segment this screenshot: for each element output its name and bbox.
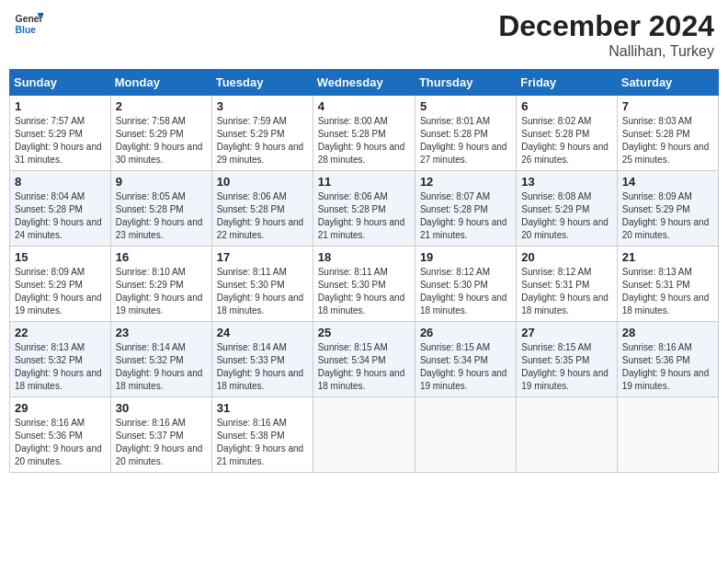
weekday-header-thursday: Thursday [415,70,516,96]
day-number: 27 [521,326,611,339]
svg-text:Blue: Blue [16,25,37,35]
day-number: 4 [318,99,410,113]
cell-info: Sunrise: 8:13 AMSunset: 5:32 PMDaylight:… [15,342,102,391]
day-number: 28 [622,326,713,339]
cell-info: Sunrise: 8:12 AMSunset: 5:31 PMDaylight:… [521,267,609,316]
day-number: 15 [15,250,106,264]
day-number: 30 [116,401,207,415]
logo-icon: General Blue [14,9,43,39]
calendar-cell: 7 Sunrise: 8:03 AMSunset: 5:28 PMDayligh… [617,96,718,171]
day-number: 6 [521,99,611,113]
calendar-cell: 17 Sunrise: 8:11 AMSunset: 5:30 PMDaylig… [211,247,313,322]
calendar-cell: 31 Sunrise: 8:16 AMSunset: 5:38 PMDaylig… [211,397,313,473]
calendar-cell: 3 Sunrise: 7:59 AMSunset: 5:29 PMDayligh… [211,96,313,171]
day-number: 11 [318,175,410,189]
cell-info: Sunrise: 7:57 AMSunset: 5:29 PMDaylight:… [15,116,102,165]
cell-info: Sunrise: 8:16 AMSunset: 5:36 PMDaylight:… [622,342,710,391]
day-number: 3 [217,99,308,113]
cell-info: Sunrise: 8:05 AMSunset: 5:28 PMDaylight:… [116,191,203,240]
day-number: 9 [116,175,207,189]
day-number: 23 [116,326,207,339]
calendar-cell: 9 Sunrise: 8:05 AMSunset: 5:28 PMDayligh… [110,171,211,247]
month-year-title: December 2024 [498,9,714,43]
calendar-cell: 22 Sunrise: 8:13 AMSunset: 5:32 PMDaylig… [10,322,111,397]
calendar-cell: 1 Sunrise: 7:57 AMSunset: 5:29 PMDayligh… [10,96,111,171]
weekday-header-friday: Friday [517,70,617,96]
cell-info: Sunrise: 8:01 AMSunset: 5:28 PMDaylight:… [420,116,507,165]
cell-info: Sunrise: 8:10 AMSunset: 5:29 PMDaylight:… [116,267,203,316]
day-number: 12 [420,175,511,189]
cell-info: Sunrise: 8:12 AMSunset: 5:30 PMDaylight:… [420,267,507,316]
calendar-cell: 24 Sunrise: 8:14 AMSunset: 5:33 PMDaylig… [211,322,313,397]
cell-info: Sunrise: 8:07 AMSunset: 5:28 PMDaylight:… [420,191,507,240]
cell-info: Sunrise: 8:06 AMSunset: 5:28 PMDaylight:… [318,191,405,240]
day-number: 2 [116,99,207,113]
cell-info: Sunrise: 8:14 AMSunset: 5:32 PMDaylight:… [116,342,203,391]
day-number: 29 [15,401,106,415]
day-number: 25 [318,326,410,339]
calendar-cell: 25 Sunrise: 8:15 AMSunset: 5:34 PMDaylig… [313,322,415,397]
calendar-week-1: 1 Sunrise: 7:57 AMSunset: 5:29 PMDayligh… [10,96,719,171]
cell-info: Sunrise: 8:15 AMSunset: 5:34 PMDaylight:… [420,342,507,391]
calendar-cell [415,397,516,473]
calendar-cell: 5 Sunrise: 8:01 AMSunset: 5:28 PMDayligh… [415,96,516,171]
calendar-cell: 12 Sunrise: 8:07 AMSunset: 5:28 PMDaylig… [415,171,516,247]
cell-info: Sunrise: 8:14 AMSunset: 5:33 PMDaylight:… [217,342,304,391]
day-number: 16 [116,250,207,264]
title-block: December 2024 Nallihan, Turkey [498,9,714,60]
calendar-cell: 8 Sunrise: 8:04 AMSunset: 5:28 PMDayligh… [10,171,111,247]
day-number: 24 [217,326,308,339]
calendar-cell: 27 Sunrise: 8:15 AMSunset: 5:35 PMDaylig… [517,322,617,397]
calendar-cell: 14 Sunrise: 8:09 AMSunset: 5:29 PMDaylig… [617,171,718,247]
cell-info: Sunrise: 7:59 AMSunset: 5:29 PMDaylight:… [217,116,304,165]
weekday-header-saturday: Saturday [617,70,718,96]
cell-info: Sunrise: 8:16 AMSunset: 5:38 PMDaylight:… [217,418,304,466]
cell-info: Sunrise: 8:16 AMSunset: 5:36 PMDaylight:… [15,418,102,466]
cell-info: Sunrise: 8:06 AMSunset: 5:28 PMDaylight:… [217,191,304,240]
calendar-cell: 19 Sunrise: 8:12 AMSunset: 5:30 PMDaylig… [415,247,516,322]
day-number: 10 [217,175,308,189]
day-number: 21 [622,250,713,264]
calendar-cell: 26 Sunrise: 8:15 AMSunset: 5:34 PMDaylig… [415,322,516,397]
day-number: 31 [217,401,308,415]
day-number: 18 [318,250,410,264]
calendar-week-3: 15 Sunrise: 8:09 AMSunset: 5:29 PMDaylig… [10,247,719,322]
day-number: 14 [622,175,713,189]
cell-info: Sunrise: 8:08 AMSunset: 5:29 PMDaylight:… [521,191,609,240]
day-number: 8 [15,175,106,189]
cell-info: Sunrise: 8:04 AMSunset: 5:28 PMDaylight:… [15,191,102,240]
calendar-cell: 20 Sunrise: 8:12 AMSunset: 5:31 PMDaylig… [517,247,617,322]
calendar-cell [313,397,415,473]
calendar-cell: 4 Sunrise: 8:00 AMSunset: 5:28 PMDayligh… [313,96,415,171]
weekday-header-monday: Monday [110,70,211,96]
day-number: 5 [420,99,511,113]
cell-info: Sunrise: 8:00 AMSunset: 5:28 PMDaylight:… [318,116,405,165]
weekday-header-sunday: Sunday [10,70,111,96]
calendar-cell [617,397,718,473]
cell-info: Sunrise: 8:11 AMSunset: 5:30 PMDaylight:… [217,267,304,316]
calendar-cell: 18 Sunrise: 8:11 AMSunset: 5:30 PMDaylig… [313,247,415,322]
calendar-cell: 28 Sunrise: 8:16 AMSunset: 5:36 PMDaylig… [617,322,718,397]
day-number: 13 [521,175,611,189]
calendar-week-2: 8 Sunrise: 8:04 AMSunset: 5:28 PMDayligh… [10,171,719,247]
calendar-cell: 13 Sunrise: 8:08 AMSunset: 5:29 PMDaylig… [517,171,617,247]
day-number: 20 [521,250,611,264]
calendar-cell: 30 Sunrise: 8:16 AMSunset: 5:37 PMDaylig… [110,397,211,473]
cell-info: Sunrise: 8:02 AMSunset: 5:28 PMDaylight:… [521,116,609,165]
day-number: 1 [15,99,106,113]
calendar-cell: 16 Sunrise: 8:10 AMSunset: 5:29 PMDaylig… [110,247,211,322]
calendar-week-4: 22 Sunrise: 8:13 AMSunset: 5:32 PMDaylig… [10,322,719,397]
calendar-week-5: 29 Sunrise: 8:16 AMSunset: 5:36 PMDaylig… [10,397,719,473]
page-header: General Blue December 2024 Nallihan, Tur… [9,9,719,60]
calendar-cell: 6 Sunrise: 8:02 AMSunset: 5:28 PMDayligh… [517,96,617,171]
calendar-table: SundayMondayTuesdayWednesdayThursdayFrid… [9,69,719,473]
day-number: 26 [420,326,511,339]
day-number: 17 [217,250,308,264]
cell-info: Sunrise: 8:15 AMSunset: 5:35 PMDaylight:… [521,342,609,391]
cell-info: Sunrise: 8:13 AMSunset: 5:31 PMDaylight:… [622,267,710,316]
cell-info: Sunrise: 8:15 AMSunset: 5:34 PMDaylight:… [318,342,405,391]
calendar-cell: 21 Sunrise: 8:13 AMSunset: 5:31 PMDaylig… [617,247,718,322]
calendar-cell: 23 Sunrise: 8:14 AMSunset: 5:32 PMDaylig… [110,322,211,397]
calendar-cell: 11 Sunrise: 8:06 AMSunset: 5:28 PMDaylig… [313,171,415,247]
weekday-header-tuesday: Tuesday [211,70,313,96]
